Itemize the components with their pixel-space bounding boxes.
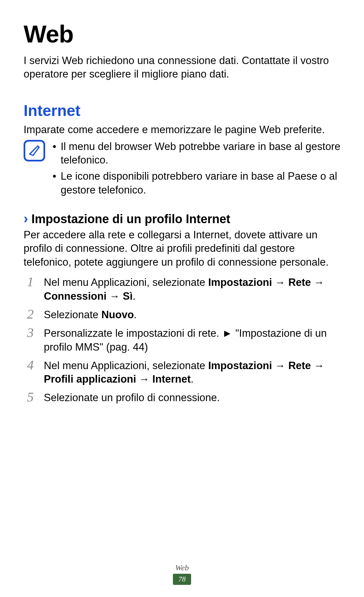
step-item: 5 Selezionate un profilo di connessione. — [24, 391, 340, 405]
step-number: 2 — [24, 307, 37, 321]
note-block: Il menu del browser Web potrebbe variare… — [24, 140, 340, 200]
note-item: Il menu del browser Web potrebbe variare… — [51, 140, 340, 167]
step-number: 5 — [24, 390, 37, 404]
step-text: Selezionate un profilo di connessione. — [44, 391, 340, 405]
step-number: 4 — [24, 358, 37, 372]
document-page: Web I servizi Web richiedono una conness… — [0, 0, 364, 597]
note-icon — [24, 140, 45, 161]
subsection-header: › Impostazione di un profilo Internet — [24, 212, 340, 226]
note-item: Le icone disponibili potrebbero variare … — [51, 170, 340, 197]
subsection-description: Per accedere alla rete e collegarsi a In… — [24, 228, 340, 269]
step-number: 1 — [24, 275, 37, 289]
chevron-right-icon: › — [24, 212, 28, 225]
section-heading-internet: Internet — [24, 101, 340, 120]
note-list: Il menu del browser Web potrebbe variare… — [51, 140, 340, 200]
step-number: 3 — [24, 326, 37, 339]
step-item: 2 Selezionate Nuovo. — [24, 308, 340, 322]
page-number-badge: 78 — [173, 574, 191, 585]
step-text: Nel menu Applicazioni, selezionate Impos… — [44, 276, 340, 303]
step-item: 4 Nel menu Applicazioni, selezionate Imp… — [24, 359, 340, 387]
step-item: 1 Nel menu Applicazioni, selezionate Imp… — [24, 276, 340, 303]
step-text: Nel menu Applicazioni, selezionate Impos… — [44, 359, 340, 387]
subsection-heading: Impostazione di un profilo Internet — [31, 212, 230, 226]
footer-section-title: Web — [0, 563, 364, 572]
step-text: Personalizzate le impostazioni di rete. … — [44, 327, 340, 354]
steps-list: 1 Nel menu Applicazioni, selezionate Imp… — [24, 276, 340, 405]
page-title: Web — [24, 20, 340, 48]
page-footer: Web 78 — [0, 563, 364, 585]
step-item: 3 Personalizzate le impostazioni di rete… — [24, 327, 340, 354]
intro-paragraph: I servizi Web richiedono una connessione… — [24, 54, 340, 81]
section-description: Imparate come accedere e memorizzare le … — [24, 123, 340, 137]
step-text: Selezionate Nuovo. — [44, 308, 340, 322]
